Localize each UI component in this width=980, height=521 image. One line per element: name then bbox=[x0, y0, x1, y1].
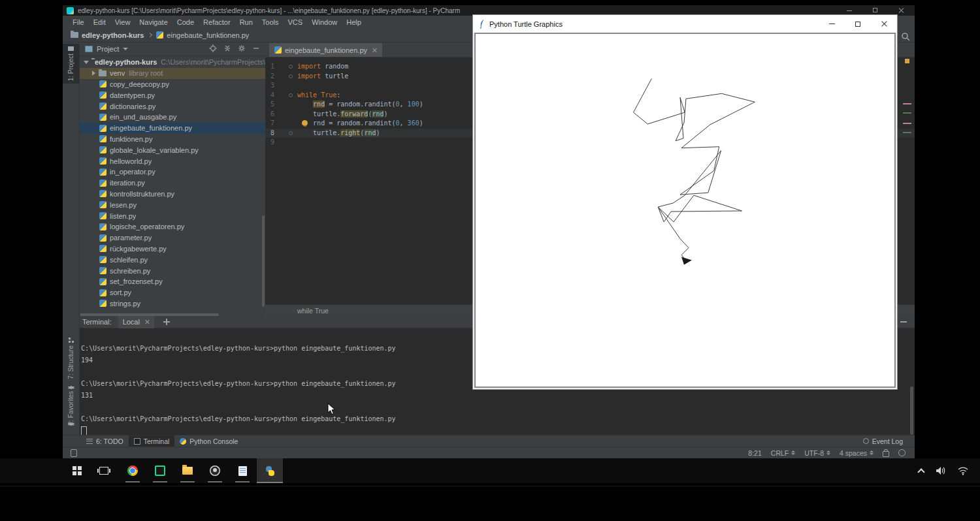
fold-marker-icon[interactable] bbox=[289, 74, 293, 78]
tree-row-file[interactable]: schreiben.py bbox=[80, 265, 265, 276]
start-button[interactable] bbox=[64, 458, 90, 483]
close-button[interactable] bbox=[898, 7, 906, 14]
menu-item-code[interactable]: Code bbox=[172, 17, 199, 27]
terminal-scrollbar[interactable] bbox=[910, 387, 913, 435]
stripe-tab-structure[interactable]: 7: Structure bbox=[63, 335, 79, 382]
explorer-taskbar-button[interactable] bbox=[174, 458, 201, 483]
chrome-taskbar-button[interactable] bbox=[120, 458, 146, 483]
menu-item-run[interactable]: Run bbox=[235, 17, 257, 27]
tree-row-file[interactable]: listen.py bbox=[80, 210, 265, 221]
menu-item-vcs[interactable]: VCS bbox=[284, 17, 308, 27]
caret-position[interactable]: 8:21 bbox=[748, 449, 761, 457]
tree-expand-icon[interactable] bbox=[84, 61, 89, 64]
breadcrumb-project[interactable]: edley-python-kurs bbox=[82, 31, 144, 39]
tree-row-file[interactable]: ein_und_ausgabe.py bbox=[80, 112, 265, 123]
python-taskbar-button[interactable] bbox=[257, 458, 283, 483]
tab-close-icon[interactable] bbox=[372, 48, 377, 53]
tree-row-file[interactable]: strings.py bbox=[80, 298, 265, 309]
code-token: right bbox=[340, 129, 360, 136]
tree-row-file[interactable]: in_operator.py bbox=[80, 166, 265, 178]
chevron-down-icon[interactable] bbox=[123, 48, 128, 50]
tree-collapse-icon[interactable] bbox=[92, 71, 95, 76]
stripe-marker-pink-2[interactable] bbox=[903, 123, 911, 124]
turtle-window: Python Turtle Graphics bbox=[472, 14, 898, 390]
new-terminal-icon[interactable] bbox=[163, 319, 170, 325]
encoding-select[interactable]: UTF-8 bbox=[804, 449, 830, 457]
pycharm-taskbar-button[interactable] bbox=[147, 458, 173, 483]
tree-vertical-scrollbar[interactable] bbox=[262, 215, 265, 307]
terminal-minimize-icon[interactable] bbox=[900, 321, 907, 323]
task-view-button[interactable] bbox=[91, 458, 117, 483]
tree-row-file[interactable]: schleifen.py bbox=[80, 254, 265, 265]
breadcrumb-file[interactable]: eingebaute_funktionen.py bbox=[167, 31, 249, 39]
gutter-fold-column bbox=[277, 72, 294, 82]
fold-marker-icon[interactable] bbox=[289, 65, 293, 69]
tray-expand-icon[interactable] bbox=[917, 468, 924, 475]
stripe-marker-green-2[interactable] bbox=[903, 132, 911, 133]
turtle-minimize-button[interactable] bbox=[819, 15, 845, 33]
menu-item-refactor[interactable]: Refactor bbox=[199, 17, 235, 27]
turtle-close-button[interactable] bbox=[871, 15, 897, 33]
tree-row-file[interactable]: eingebaute_funktionen.py bbox=[80, 123, 265, 134]
maximize-button[interactable] bbox=[872, 7, 879, 14]
fold-marker-icon[interactable] bbox=[289, 93, 293, 97]
indent-select[interactable]: 4 spaces bbox=[840, 449, 874, 457]
tree-row-file[interactable]: globale_lokale_variablen.py bbox=[80, 144, 265, 155]
stripe-tab-project[interactable]: 1: Project bbox=[63, 44, 79, 84]
editor-breadcrumb[interactable]: while True bbox=[297, 307, 329, 315]
terminal-tab-close-icon[interactable] bbox=[144, 319, 150, 324]
line-number: 8 bbox=[265, 129, 277, 138]
terminal-toolbutton[interactable]: Terminal bbox=[129, 435, 175, 447]
tree-row-file[interactable]: kontrollstrukturen.py bbox=[80, 189, 265, 200]
notepad-taskbar-button[interactable] bbox=[229, 458, 255, 483]
collapse-all-icon[interactable] bbox=[223, 44, 231, 52]
tree-file-name: copy_deepcopy.py bbox=[110, 80, 169, 88]
clipboard-icon[interactable] bbox=[71, 449, 77, 457]
tree-row-file[interactable]: lesen.py bbox=[80, 199, 265, 210]
fold-marker-icon[interactable] bbox=[289, 131, 293, 135]
tree-row-file[interactable]: dictionaries.py bbox=[80, 101, 265, 112]
search-icon[interactable] bbox=[901, 32, 910, 41]
event-log-button[interactable]: Event Log bbox=[863, 437, 915, 445]
menu-item-file[interactable]: File bbox=[68, 17, 89, 27]
gear-icon[interactable] bbox=[238, 44, 246, 52]
tree-row-file[interactable]: logische_operatoren.py bbox=[80, 221, 265, 232]
tree-row-root[interactable]: edley-python-kursC:\Users\morit\PycharmP… bbox=[80, 57, 265, 68]
tree-row-file[interactable]: iteration.py bbox=[80, 178, 265, 189]
lock-icon[interactable] bbox=[883, 451, 889, 457]
tree-row-file[interactable]: funktionen.py bbox=[80, 134, 265, 145]
tree-row-file[interactable]: set_frozenset.py bbox=[80, 276, 265, 287]
editor-tab[interactable]: eingebaute_funktionen.py bbox=[269, 43, 382, 57]
hide-panel-icon[interactable] bbox=[252, 44, 260, 52]
locate-icon[interactable] bbox=[209, 44, 217, 52]
menu-item-edit[interactable]: Edit bbox=[89, 17, 110, 27]
turtle-maximize-button[interactable] bbox=[845, 15, 871, 33]
menu-item-help[interactable]: Help bbox=[342, 17, 366, 27]
obs-taskbar-button[interactable] bbox=[202, 458, 228, 483]
tree-row-file[interactable]: sort.py bbox=[80, 287, 265, 298]
tree-row-file[interactable]: rückgabewerte.py bbox=[80, 244, 265, 255]
menu-item-tools[interactable]: Tools bbox=[257, 17, 284, 27]
inspections-hector-icon[interactable] bbox=[898, 449, 906, 456]
todo-toolbutton[interactable]: 6: TODO bbox=[81, 435, 129, 447]
python-console-toolbutton[interactable]: Python Console bbox=[174, 435, 243, 447]
stripe-marker-pink-1[interactable] bbox=[903, 103, 911, 104]
stripe-marker-green-1[interactable] bbox=[903, 112, 911, 114]
project-panel-title[interactable]: Project bbox=[97, 45, 119, 53]
tree-row-file[interactable]: copy_deepcopy.py bbox=[80, 79, 265, 90]
line-separator-select[interactable]: CRLF bbox=[771, 449, 795, 457]
menu-item-window[interactable]: Window bbox=[307, 17, 342, 27]
volume-icon[interactable] bbox=[936, 466, 946, 475]
minimize-button[interactable] bbox=[845, 7, 853, 14]
stripe-star[interactable] bbox=[63, 420, 79, 428]
menu-item-view[interactable]: View bbox=[110, 17, 135, 27]
terminal-tab-local[interactable]: Local bbox=[118, 316, 154, 328]
tree-row-venv[interactable]: venvlibrary root bbox=[80, 68, 265, 79]
menu-item-navigate[interactable]: Navigate bbox=[135, 17, 172, 27]
tree-row-file[interactable]: parameter.py bbox=[80, 232, 265, 244]
turtle-title-bar[interactable]: Python Turtle Graphics bbox=[473, 15, 897, 33]
tree-row-file[interactable]: datentypen.py bbox=[80, 89, 265, 101]
tree-row-file[interactable]: helloworld.py bbox=[80, 155, 265, 166]
network-icon[interactable] bbox=[958, 466, 968, 475]
stripe-marker-warning[interactable] bbox=[905, 59, 909, 63]
